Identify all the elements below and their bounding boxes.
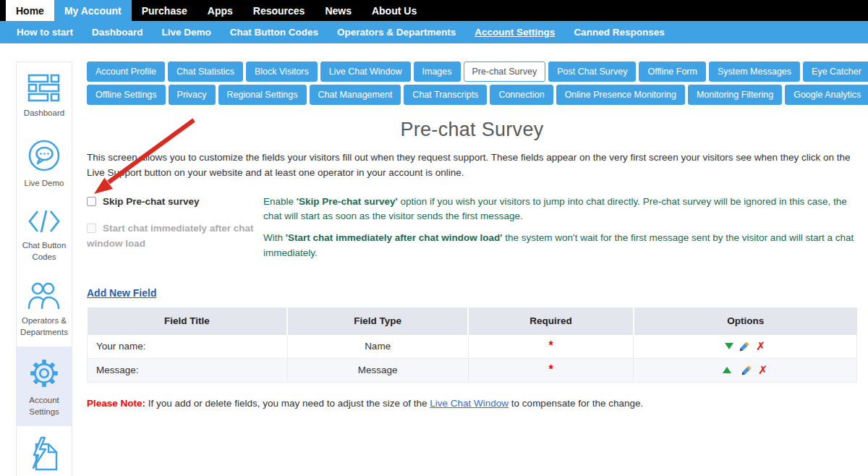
tab-account-profile[interactable]: Account Profile [87, 61, 165, 82]
options-cell: ✗ [634, 358, 857, 382]
page-description: This screen allows you to customize the … [87, 150, 857, 181]
column-header-field-type: Field Type [287, 307, 468, 335]
tab-monitoring-filtering[interactable]: Monitoring Filtering [688, 85, 782, 105]
tab-post-chat-survey[interactable]: Post Chat Survey [548, 61, 636, 82]
column-header-field-title: Field Title [88, 307, 288, 335]
sidebar-item-label: Account Settings [18, 395, 70, 417]
tab-system-messages[interactable]: System Messages [709, 61, 800, 82]
start-chat-immediately-checkbox [87, 224, 96, 233]
topnav-item-resources[interactable]: Resources [243, 0, 315, 21]
tab-chat-statistics[interactable]: Chat Statistics [168, 61, 243, 82]
tab-pre-chat-survey[interactable]: Pre-chat Survey [464, 61, 546, 82]
code-icon [27, 208, 61, 235]
please-note: Please Note: If you add or delete fields… [87, 398, 857, 409]
field-type-cell: Message [287, 358, 468, 382]
prechat-options: Skip Pre-chat survey Start chat immediat… [87, 195, 857, 268]
column-header-required: Required [468, 307, 634, 335]
required-cell: * [468, 334, 634, 358]
sidebar-item-operators-departments[interactable]: Operators & Departments [17, 271, 72, 347]
required-cell: * [468, 358, 634, 382]
topnav-item-my-account[interactable]: My Account [54, 0, 132, 21]
sidebar-item-label: Operators & Departments [18, 315, 70, 338]
settings-tabs-row-1: Account Profile Chat Statistics Block Vi… [87, 61, 857, 85]
please-note-label: Please Note: [87, 398, 145, 409]
sidebar-item-chat-button-codes[interactable]: Chat Button Codes [17, 197, 72, 271]
start-chat-description: With 'Start chat immediately after chat … [263, 231, 857, 260]
column-header-options: Options [634, 307, 857, 335]
topnav-item-purchase[interactable]: Purchase [132, 0, 197, 21]
account-sub-navigation: How to start Dashboard Live Demo Chat Bu… [0, 21, 868, 43]
options-cell: ✗ [634, 334, 857, 358]
subnav-item-dashboard[interactable]: Dashboard [82, 27, 153, 38]
options-description-column: Enable 'Skip Pre-chat survey' option if … [255, 195, 857, 268]
sidebar-item-label: Chat Button Codes [18, 240, 70, 263]
skip-prechat-survey-checkbox[interactable] [87, 197, 96, 206]
top-navigation: Home My Account Purchase Apps Resources … [0, 0, 868, 21]
tab-live-chat-window[interactable]: Live Chat Window [320, 61, 411, 82]
tab-connection[interactable]: Connection [490, 85, 553, 105]
tab-offline-settings[interactable]: Offline Settings [87, 85, 166, 105]
required-asterisk: * [548, 339, 553, 352]
tab-chat-transcripts[interactable]: Chat Transcripts [404, 85, 487, 105]
tab-offline-form[interactable]: Offline Form [639, 61, 706, 82]
gear-icon [27, 357, 61, 390]
tab-google-analytics[interactable]: Google Analytics [785, 85, 868, 105]
sidebar-item-dashboard[interactable]: Dashboard [17, 62, 72, 128]
tab-online-presence-monitoring[interactable]: Online Presence Monitoring [556, 85, 685, 105]
options-checkbox-column: Skip Pre-chat survey Start chat immediat… [87, 195, 255, 268]
sidebar: Dashboard Live Demo Chat Button Codes Op… [16, 61, 72, 476]
tab-block-visitors[interactable]: Block Visitors [246, 61, 318, 82]
sidebar-item-live-demo[interactable]: Live Demo [17, 128, 72, 198]
sidebar-item-label: Dashboard [18, 108, 70, 119]
tab-regional-settings[interactable]: Regional Settings [218, 85, 307, 105]
field-title-cell: Your name: [88, 334, 288, 358]
required-asterisk: * [548, 363, 553, 375]
settings-tabs-row-2: Offline Settings Privacy Regional Settin… [87, 85, 857, 108]
lightning-page-icon [27, 436, 61, 472]
tab-chat-management[interactable]: Chat Management [310, 85, 401, 105]
sidebar-item-label: Live Demo [18, 178, 70, 190]
subnav-item-account-settings[interactable]: Account Settings [465, 27, 564, 38]
tab-eye-catcher[interactable]: Eye Catcher [803, 61, 868, 82]
subnav-item-operators-departments[interactable]: Operators & Departments [328, 27, 465, 38]
live-chat-window-link[interactable]: Live Chat Window [430, 398, 509, 409]
page-title: Pre-chat Survey [87, 119, 857, 141]
main-content: Account Profile Chat Statistics Block Vi… [87, 43, 857, 409]
tab-images[interactable]: Images [414, 61, 461, 82]
field-title-cell: Message: [88, 358, 288, 382]
move-down-icon[interactable] [725, 343, 733, 349]
start-chat-immediately-label: Start chat immediately after chat window… [87, 223, 254, 249]
delete-x-icon[interactable]: ✗ [758, 365, 767, 376]
sidebar-item-canned-responses[interactable]: Canned Responses [17, 426, 72, 476]
subnav-item-live-demo[interactable]: Live Demo [153, 27, 221, 38]
prechat-fields-table: Field Title Field Type Required Options … [87, 307, 857, 383]
subnav-item-chat-button-codes[interactable]: Chat Button Codes [221, 27, 328, 38]
edit-pencil-icon[interactable] [739, 341, 750, 352]
table-row-your-name: Your name: Name * ✗ [88, 334, 857, 358]
sidebar-item-account-settings[interactable]: Account Settings [17, 347, 72, 426]
subnav-item-canned-responses[interactable]: Canned Responses [564, 27, 673, 38]
delete-x-icon[interactable]: ✗ [756, 341, 765, 352]
topnav-item-home[interactable]: Home [6, 0, 54, 21]
start-chat-immediately-option: Start chat immediately after chat window… [87, 221, 255, 252]
topnav-item-news[interactable]: News [315, 0, 362, 21]
topnav-item-apps[interactable]: Apps [197, 0, 243, 21]
table-row-message: Message: Message * ✗ [88, 358, 857, 382]
subnav-item-how-to-start[interactable]: How to start [7, 27, 82, 38]
move-up-icon[interactable] [723, 367, 731, 373]
field-type-cell: Name [287, 334, 468, 358]
tab-privacy[interactable]: Privacy [169, 85, 216, 105]
people-icon [27, 281, 61, 310]
skip-prechat-description: Enable 'Skip Pre-chat survey' option if … [263, 195, 857, 224]
topnav-item-about-us[interactable]: About Us [362, 0, 427, 21]
dashboard-icon [27, 72, 61, 103]
edit-pencil-icon[interactable] [741, 365, 752, 375]
add-new-field-link[interactable]: Add New Field [87, 287, 156, 299]
live-demo-icon [27, 138, 61, 173]
skip-prechat-survey-option[interactable]: Skip Pre-chat survey [87, 195, 255, 210]
table-header-row: Field Title Field Type Required Options [88, 307, 857, 335]
skip-prechat-survey-label: Skip Pre-chat survey [103, 196, 200, 207]
